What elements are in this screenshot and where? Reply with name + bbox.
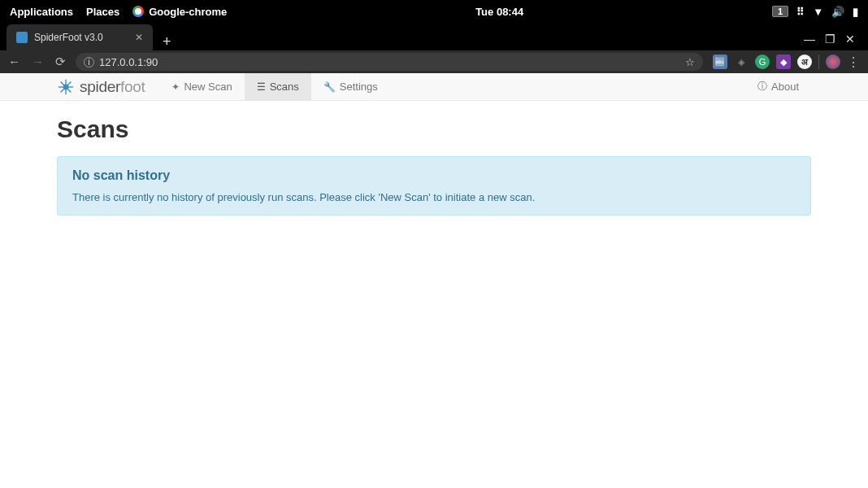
page-heading: Scans — [57, 115, 811, 143]
tray-app-icon[interactable]: ⠿ — [796, 6, 805, 18]
chrome-icon — [132, 6, 144, 17]
spiderfoot-logo-icon — [57, 78, 75, 96]
browser-tab[interactable]: SpiderFoot v3.0 ✕ — [7, 24, 153, 50]
nav-about-label: About — [771, 81, 799, 93]
os-menu-chrome-label: Google-chrome — [149, 6, 227, 18]
browser-toolbar: ← → ⟳ i 127.0.0.1:90 ☆ 🔤 ◈ G ◆ अ ⋮ — [0, 50, 868, 73]
browser-tab-strip: SpiderFoot v3.0 ✕ + — ❐ ✕ — [0, 23, 868, 50]
tab-favicon — [16, 32, 28, 43]
url-text: 127.0.0.1:90 — [99, 56, 158, 68]
nav-settings[interactable]: 🔧 Settings — [311, 73, 390, 100]
info-alert: No scan history There is currently no hi… — [57, 156, 811, 216]
plus-icon: ✦ — [171, 81, 180, 93]
extension-translate-icon[interactable]: 🔤 — [713, 54, 727, 69]
tab-title: SpiderFoot v3.0 — [34, 32, 128, 43]
extension-circle-icon[interactable] — [826, 54, 840, 69]
browser-menu-button[interactable]: ⋮ — [847, 54, 860, 70]
toolbar-divider — [818, 54, 819, 69]
page-content: Scans No scan history There is currently… — [0, 101, 868, 230]
extension-grammarly-icon[interactable]: G — [755, 54, 770, 69]
brand-logo-link[interactable]: spiderfoot — [57, 73, 159, 100]
site-info-icon[interactable]: i — [84, 57, 94, 68]
nav-new-scan-label: New Scan — [184, 81, 232, 93]
nav-scans-label: Scans — [270, 81, 299, 93]
battery-icon[interactable]: ▮ — [853, 6, 858, 18]
list-icon: ☰ — [257, 81, 266, 93]
nav-new-scan[interactable]: ✦ New Scan — [159, 73, 244, 100]
os-top-bar: Applications Places Google-chrome Tue 08… — [0, 0, 868, 23]
os-clock[interactable]: Tue 08:44 — [227, 6, 772, 18]
window-minimize-icon[interactable]: — — [804, 33, 815, 46]
reload-button[interactable]: ⟳ — [55, 54, 66, 69]
extension-purple-icon[interactable]: ◆ — [776, 54, 791, 69]
workspace-indicator[interactable]: 1 — [772, 6, 788, 17]
address-bar[interactable]: i 127.0.0.1:90 ☆ — [76, 53, 703, 71]
forward-button[interactable]: → — [32, 54, 44, 69]
wifi-icon[interactable]: ▼ — [813, 6, 823, 18]
brand-text: spiderfoot — [80, 78, 145, 96]
os-menu-chrome[interactable]: Google-chrome — [132, 6, 227, 18]
extension-shield-icon[interactable]: ◈ — [734, 54, 749, 69]
alert-title: No scan history — [72, 168, 796, 183]
app-navbar: spiderfoot ✦ New Scan ☰ Scans 🔧 Settings… — [0, 73, 868, 101]
wrench-icon: 🔧 — [323, 81, 336, 93]
back-button[interactable]: ← — [8, 54, 20, 69]
new-tab-button[interactable]: + — [153, 33, 181, 50]
os-menu-places[interactable]: Places — [86, 6, 119, 18]
tab-close-icon[interactable]: ✕ — [135, 32, 143, 43]
info-icon: ⓘ — [757, 80, 767, 94]
window-close-icon[interactable]: ✕ — [845, 33, 855, 46]
nav-settings-label: Settings — [340, 81, 378, 93]
window-maximize-icon[interactable]: ❐ — [825, 33, 835, 46]
profile-avatar[interactable]: अ — [797, 54, 812, 69]
nav-about[interactable]: ⓘ About — [745, 73, 811, 100]
nav-scans[interactable]: ☰ Scans — [245, 73, 311, 100]
os-menu-applications[interactable]: Applications — [10, 6, 73, 18]
alert-text: There is currently no history of previou… — [72, 191, 796, 203]
volume-icon[interactable]: 🔊 — [831, 6, 844, 18]
bookmark-star-icon[interactable]: ☆ — [685, 56, 695, 68]
